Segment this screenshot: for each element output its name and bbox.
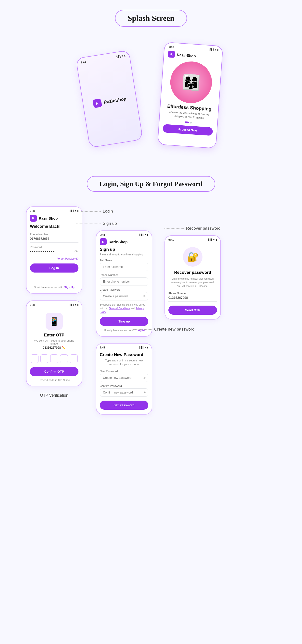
splash-phone-2: 9:41 ▐▐▐▼▮ R RazinShop 👩‍👩‍👧 Effortless …	[157, 42, 223, 149]
edit-icon[interactable]: ✏️	[62, 346, 66, 350]
set-password-btn[interactable]: Set Password	[100, 400, 148, 410]
login-bottom-text: Don't have an account?	[34, 286, 62, 289]
recover-title: Recover password	[168, 270, 217, 275]
recover-lock-icon: 🔐	[183, 247, 202, 267]
signup-btn[interactable]: Sing up	[100, 317, 148, 326]
signup-title: Sign up	[100, 247, 148, 252]
col-left: 9:41 ▐▐▐▼▮ R RazinShop Welcome Back! Pho…	[25, 206, 84, 398]
otp-resend: Resend code in 00:59 sec	[30, 378, 79, 382]
create-new-pw-input[interactable]	[100, 374, 148, 382]
create-new-pw-label-text: Create new password	[154, 327, 194, 332]
recover-label: Recover password	[186, 226, 221, 231]
login-section-badge: Login, Sign Up & Forgot Password	[87, 176, 215, 192]
otp-verification-label: OTP Verification	[40, 393, 68, 398]
splash-screen-badge: Splash Screen	[115, 10, 187, 27]
terms-link[interactable]: Terms & Conditions	[109, 307, 130, 310]
login-section-title: Login, Sign Up & Forgot Password	[100, 180, 202, 188]
phone1-content: R RazinShop	[77, 57, 142, 146]
otp-boxes	[30, 354, 79, 363]
create-new-eye-icon: 👁	[143, 376, 146, 380]
col-middle: Login Sign up 9:41 ▐▐▐▼▮ R	[96, 206, 155, 414]
login-annotation: Login	[81, 209, 155, 214]
signup-already-text: Already have an account?	[103, 329, 135, 332]
login-phone-label: Phone Number	[30, 233, 79, 236]
recover-phone-value: 01316267098	[168, 296, 217, 302]
recover-subtitle: Enter the phone number that you used whe…	[168, 277, 217, 288]
create-confirm-pw-input[interactable]	[100, 388, 148, 397]
login-pw-label: Password	[30, 246, 79, 248]
signup-eye-icon: 👁	[143, 294, 146, 298]
section2: Login, Sign Up & Forgot Password 9:41 ▐▐…	[0, 176, 302, 424]
signup-appname: RazinShop	[109, 240, 128, 244]
signup-password-input[interactable]	[100, 292, 148, 300]
phone2-appname: RazinShop	[177, 52, 196, 58]
splash-phones-container: 9:41 ▐▐▐▼▮ R RazinShop 9	[58, 44, 244, 161]
login-screen: 9:41 ▐▐▐▼▮ R RazinShop Welcome Back! Pho…	[26, 206, 82, 294]
signup-logo: R	[100, 238, 107, 245]
send-otp-btn[interactable]: Send OTP	[168, 306, 217, 315]
login-appname: RazinShop	[39, 216, 58, 220]
splash-screen-title: Splash Screen	[128, 14, 175, 22]
signup-fullname-input[interactable]	[100, 263, 148, 271]
otp-title: Enter OTP	[30, 333, 79, 338]
login-pw-value: ••••••••••••	[30, 250, 55, 254]
otp-screen: 9:41 ▐▐▐▼▮ 📱 Enter OTP We sent OTP code …	[26, 300, 82, 386]
eye-icon: 👁	[75, 250, 78, 254]
splash-phone-1: 9:41 ▐▐▐▼▮ R RazinShop	[76, 50, 143, 148]
signup-subtitle: Please sign up to continue shopping	[100, 253, 148, 256]
signup-terms: By tapping the 'Sign up' button, you agr…	[100, 303, 148, 314]
recover-phone-label: Phone Number	[168, 292, 217, 295]
signup-password-label: Create Password	[100, 288, 148, 291]
login-welcome-title: Welcome Back!	[30, 224, 79, 229]
phone1-logo: R	[92, 98, 102, 108]
otp-phone: 01316267098	[43, 346, 61, 350]
login-phone-value: 01768572658	[30, 237, 79, 243]
phone1-appname: RazinShop	[103, 96, 127, 105]
section1: Splash Screen 9:41 ▐▐▐▼▮ R RazinSho	[0, 7, 302, 176]
signup-annotation: Sign up	[76, 221, 155, 226]
login-signup-link[interactable]: Sign Up	[64, 286, 75, 289]
screens-row: 9:41 ▐▐▐▼▮ R RazinShop Welcome Back! Pho…	[13, 206, 289, 414]
otp-confirm-btn[interactable]: Confirm OTP	[30, 367, 79, 376]
signup-fullname-label: Full Name	[100, 259, 148, 262]
create-password-screen: 9:41 ▐▐▐▼▮ Create New Password Type and …	[96, 343, 152, 414]
login-label: Login	[103, 209, 113, 214]
phone2-hero-img: 👩‍👩‍👧	[169, 60, 213, 104]
col-right: Recover password 9:41 ▐▐▐▼▮ 🔐 Recover pa…	[164, 206, 248, 332]
signup-phone-label: Phone Number	[100, 274, 148, 276]
signup-label: Sign up	[103, 221, 117, 226]
phone2-logo: R	[168, 50, 175, 58]
create-pw-subtitle: Type and confirm a secure new password f…	[100, 359, 148, 366]
create-confirm-pw-label: Confirm Password	[100, 384, 148, 388]
otp-sms-icon: 📱	[46, 313, 63, 330]
create-pw-title: Create New Password	[100, 352, 148, 357]
login-logo: R	[30, 215, 37, 222]
create-new-pw-annotation: Create new password	[133, 327, 248, 332]
screens-container: 9:41 ▐▐▐▼▮ R RazinShop Welcome Back! Pho…	[13, 206, 289, 414]
recover-screen: 9:41 ▐▐▐▼▮ 🔐 Recover password Enter the …	[164, 235, 221, 320]
page-wrapper: Splash Screen 9:41 ▐▐▐▼▮ R RazinSho	[0, 0, 302, 644]
recover-annotation: Recover password	[164, 226, 248, 231]
signup-screen: 9:41 ▐▐▐▼▮ R RazinShop Sign up Please si…	[96, 230, 152, 337]
create-new-pw-label: New Password	[100, 370, 148, 373]
create-confirm-eye-icon: 👁	[143, 390, 146, 394]
signup-phone-input[interactable]	[100, 278, 148, 286]
login-btn[interactable]: Log in	[30, 264, 79, 272]
phone2-proceed-btn[interactable]: Proceed Next	[163, 124, 213, 136]
otp-subtitle: We sent OTP code to your phone number	[30, 339, 79, 345]
login-forgot-pw[interactable]: Forgot Password?	[30, 257, 79, 260]
